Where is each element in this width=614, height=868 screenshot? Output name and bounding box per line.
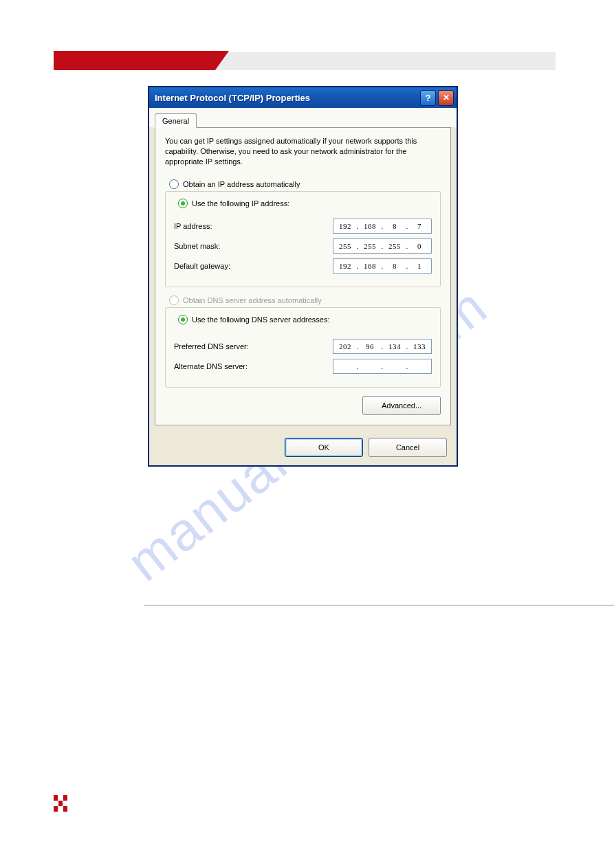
radio-dns-auto-label: Obtain DNS server address automatically (183, 296, 322, 304)
ok-button[interactable]: OK (285, 438, 363, 457)
radio-ip-auto-row[interactable]: Obtain an IP address automatically (165, 179, 441, 189)
banner-red (54, 51, 215, 70)
label-mask: Subnet mask: (174, 242, 333, 250)
label-preferred-dns: Preferred DNS server: (174, 342, 333, 350)
radio-ip-manual-row[interactable]: Use the following IP address: (174, 199, 294, 208)
tab-general[interactable]: General (155, 113, 197, 128)
dns-group: Use the following DNS server addresses: … (165, 307, 441, 388)
button-bar: OK Cancel (149, 431, 457, 465)
field-preferred-dns: Preferred DNS server: 202.96.134.133 (174, 335, 432, 354)
input-default-gateway[interactable]: 192.168.8.1 (333, 258, 432, 274)
label-ip: IP address: (174, 222, 333, 230)
page-banner (54, 52, 556, 70)
intro-text: You can get IP settings assigned automat… (165, 136, 441, 167)
field-default-gateway: Default gateway: 192.168.8.1 (174, 258, 432, 274)
field-alternate-dns: Alternate DNS server: ... (174, 359, 432, 374)
radio-dns-manual-label: Use the following DNS server addresses: (192, 315, 330, 324)
input-alternate-dns[interactable]: ... (333, 359, 432, 374)
input-ip-address[interactable]: 192.168.8.7 (333, 219, 432, 234)
tab-content: You can get IP settings assigned automat… (155, 127, 451, 425)
advanced-row: Advanced... (165, 396, 441, 415)
radio-ip-manual-label: Use the following IP address: (192, 199, 289, 208)
advanced-button[interactable]: Advanced... (362, 396, 441, 415)
close-icon: ✕ (443, 93, 450, 102)
input-subnet-mask[interactable]: 255.255.255.0 (333, 238, 432, 254)
dialog-title: Internet Protocol (TCP/IP) Properties (155, 93, 418, 103)
radio-icon (178, 199, 188, 208)
radio-icon (169, 296, 179, 305)
footer-logo-icon (54, 795, 67, 812)
cancel-button[interactable]: Cancel (369, 438, 447, 457)
tcpip-properties-dialog: Internet Protocol (TCP/IP) Properties ? … (149, 87, 457, 466)
help-button[interactable]: ? (420, 90, 436, 106)
page-rule (144, 605, 614, 605)
field-ip-address: IP address: 192.168.8.7 (174, 219, 432, 234)
radio-icon (178, 315, 188, 324)
radio-dns-manual-row[interactable]: Use the following DNS server addresses: (174, 315, 334, 324)
radio-dns-auto-row: Obtain DNS server address automatically (165, 296, 441, 305)
label-alternate-dns: Alternate DNS server: (174, 362, 333, 370)
field-subnet-mask: Subnet mask: 255.255.255.0 (174, 238, 432, 254)
help-icon: ? (426, 93, 431, 103)
ip-group: Use the following IP address: IP address… (165, 191, 441, 287)
radio-icon (169, 179, 179, 189)
titlebar[interactable]: Internet Protocol (TCP/IP) Properties ? … (149, 87, 457, 108)
radio-ip-auto-label: Obtain an IP address automatically (183, 180, 300, 188)
close-button[interactable]: ✕ (438, 90, 454, 106)
tabstrip: General (149, 108, 457, 127)
label-gateway: Default gateway: (174, 262, 333, 270)
input-preferred-dns[interactable]: 202.96.134.133 (333, 339, 432, 354)
